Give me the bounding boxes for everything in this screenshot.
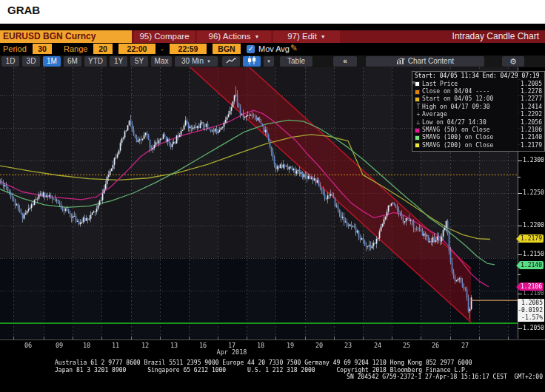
chart-content-label: Chart Content bbox=[408, 57, 454, 65]
legend-value: 1.2278 bbox=[521, 88, 542, 95]
chart-legend[interactable]: ⊟ Start: 04/05 11:34 End: 04/29 07:19 La… bbox=[412, 71, 545, 152]
period-input[interactable]: 30 bbox=[33, 44, 52, 54]
legend-label: SMAVG (50) on Close bbox=[422, 126, 521, 134]
price-axis-minor-tick bbox=[518, 177, 521, 178]
legend-row[interactable]: ⊥Low on 04/27 14:301.2056 bbox=[415, 119, 542, 126]
mini-bars-icon bbox=[396, 58, 406, 64]
range-button-max[interactable]: Max bbox=[151, 56, 172, 67]
time-to-input[interactable]: 22:59 bbox=[170, 44, 207, 54]
time-axis-label: 12 bbox=[141, 342, 149, 349]
grab-titlebar: GRAB bbox=[0, 0, 545, 24]
range-toolbar: 1D3D1M6MYTD1Y5YMax 30 Min▼ ▼ Table « Cha… bbox=[0, 55, 545, 67]
chart-type-caret[interactable]: ▼ bbox=[264, 56, 274, 67]
last-price-box: 1.2085-0.0192-1.57% bbox=[518, 299, 544, 322]
menu-button-95-compare[interactable]: 95) Compare bbox=[134, 30, 195, 43]
footer-contacts-line2: Japan 81 3 3201 8900 Singapore 65 6212 1… bbox=[55, 367, 469, 374]
price-axis-tick bbox=[518, 328, 522, 329]
legend-row[interactable]: SMAVG (50) on Close1.2106 bbox=[415, 126, 542, 134]
legend-row[interactable]: Close on 04/04 ----1.2278 bbox=[415, 88, 542, 95]
collapse-panel-button[interactable]: « bbox=[333, 56, 357, 67]
last-price-box-line: -0.0192 bbox=[518, 307, 543, 314]
interval-dropdown[interactable]: 30 Min▼ bbox=[175, 56, 218, 67]
time-axis-tick bbox=[160, 337, 161, 339]
time-axis-label: 13 bbox=[170, 342, 178, 349]
range-button-5y[interactable]: 5Y bbox=[130, 56, 148, 67]
legend-value: 1.2140 bbox=[521, 134, 542, 141]
chevron-down-icon: ▼ bbox=[321, 34, 326, 39]
line-chart-icon bbox=[226, 57, 237, 64]
legend-collapse-icon[interactable]: ⊟ bbox=[412, 80, 415, 86]
price-axis-tick bbox=[518, 226, 522, 226]
time-axis-tick bbox=[101, 337, 102, 339]
time-axis-tick bbox=[363, 337, 364, 339]
legend-row[interactable]: Last Price1.2085 bbox=[415, 81, 542, 88]
time-axis-label: 23 bbox=[344, 342, 352, 349]
time-axis-label: 18 bbox=[257, 342, 264, 349]
range-label: Range bbox=[64, 44, 87, 55]
chart-content-button[interactable]: Chart Content bbox=[366, 56, 484, 67]
legend-marker-glyph: T bbox=[415, 104, 422, 111]
range-button-ytd[interactable]: YTD bbox=[84, 56, 107, 67]
legend-label: SMAVG (200) on Close bbox=[422, 142, 521, 149]
legend-label: SMAVG (100) on Close bbox=[422, 134, 521, 141]
menu-button-label: 97) Edit bbox=[287, 32, 317, 41]
settings-gear-button[interactable]: ⚙ bbox=[502, 56, 524, 67]
candle-chart-button[interactable] bbox=[243, 56, 261, 67]
time-from-input[interactable]: 22:00 bbox=[118, 44, 156, 54]
price-axis-tick bbox=[518, 160, 522, 161]
price-axis-label: 1.2200 bbox=[523, 222, 545, 229]
time-axis-line bbox=[0, 339, 545, 340]
movavg-checkbox[interactable]: ✓ bbox=[247, 45, 255, 53]
price-axis-label: 1.2100 bbox=[523, 290, 545, 297]
range-input[interactable]: 20 bbox=[93, 44, 113, 54]
menu-button-label: 95) Compare bbox=[139, 32, 189, 41]
legend-value: 1.2106 bbox=[521, 126, 542, 134]
menu-button-97-edit[interactable]: 97) Edit▼ bbox=[273, 30, 340, 43]
legend-row[interactable]: Start on 04/05 12:001.2277 bbox=[415, 95, 542, 103]
legend-label: Low on 04/27 14:30 bbox=[422, 119, 521, 126]
table-button[interactable]: Table bbox=[280, 56, 312, 67]
range-button-1m[interactable]: 1M bbox=[43, 56, 61, 67]
legend-label: Last Price bbox=[422, 81, 521, 88]
range-button-3d[interactable]: 3D bbox=[22, 56, 40, 67]
price-badge: 1.2179 bbox=[519, 234, 544, 243]
chart-settings-row: Period 30 Range 20 22:00 - 22:59 BGN ✓ M… bbox=[0, 43, 545, 55]
price-axis-tick bbox=[518, 294, 522, 294]
legend-label: Start on 04/05 12:00 bbox=[422, 95, 521, 103]
month-label: Apr 2018 bbox=[217, 348, 247, 356]
price-badge: 1.2140 bbox=[519, 261, 544, 269]
time-axis-tick bbox=[73, 337, 73, 339]
period-label: Period bbox=[3, 44, 27, 55]
time-axis-label: 11 bbox=[112, 342, 119, 349]
legend-header: Start: 04/05 11:34 End: 04/29 07:19 bbox=[415, 72, 542, 81]
range-button-1y[interactable]: 1Y bbox=[110, 56, 127, 67]
badge-notch bbox=[516, 263, 519, 268]
legend-swatch bbox=[415, 89, 420, 95]
line-chart-button[interactable] bbox=[222, 56, 240, 67]
time-axis-label: 09 bbox=[56, 342, 63, 349]
legend-swatch bbox=[415, 128, 420, 133]
price-axis-label: 1.2150 bbox=[523, 251, 545, 257]
legend-value: 1.2414 bbox=[521, 104, 542, 111]
ticker-input[interactable]: EURUSD BGN Curncy bbox=[0, 30, 132, 43]
time-axis-label: 25 bbox=[403, 342, 410, 349]
legend-row[interactable]: SMAVG (100) on Close1.2140 bbox=[415, 134, 542, 141]
price-axis-tick bbox=[518, 254, 522, 255]
bloomberg-terminal-screen: GRAB EURUSD BGN Curncy 95) Compare96) Ac… bbox=[0, 0, 545, 392]
legend-value: 1.2179 bbox=[521, 142, 542, 149]
range-button-1d[interactable]: 1D bbox=[1, 56, 19, 67]
legend-swatch bbox=[415, 135, 420, 141]
source-input[interactable]: BGN bbox=[213, 44, 241, 54]
price-axis-label: 1.2050 bbox=[523, 325, 545, 331]
legend-row[interactable]: THigh on 04/17 09:301.2414 bbox=[415, 104, 542, 111]
time-axis-tick bbox=[334, 337, 335, 339]
last-price-box-line: 1.2085 bbox=[518, 300, 543, 307]
annotate-pencil-icon[interactable]: ✎ bbox=[290, 43, 298, 53]
legend-row[interactable]: SMAVG (200) on Close1.2179 bbox=[415, 142, 542, 149]
menu-button-96-actions[interactable]: 96) Actions▼ bbox=[197, 30, 271, 43]
legend-value: 1.2277 bbox=[521, 95, 542, 103]
legend-row[interactable]: +Average1.2292 bbox=[415, 111, 542, 118]
range-button-6m[interactable]: 6M bbox=[64, 56, 81, 67]
time-axis-label: 19 bbox=[287, 342, 294, 349]
movavg-label: Mov Avg bbox=[258, 44, 290, 55]
